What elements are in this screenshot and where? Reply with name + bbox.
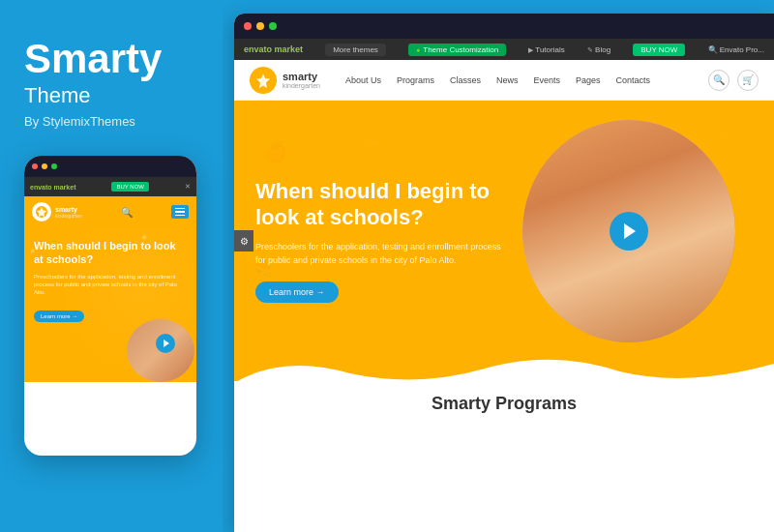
desktop-dot-green — [269, 22, 277, 30]
programs-section: Smarty Programs — [234, 381, 774, 424]
mobile-logo-text: smarty — [55, 206, 82, 213]
theme-cust-label: Theme Customization — [423, 45, 498, 54]
brand-subtitle: Theme — [24, 83, 198, 108]
blog-icon: ✎ — [587, 46, 593, 53]
desktop-hero-image-area — [522, 120, 755, 362]
nav-about[interactable]: About Us — [345, 75, 381, 85]
mobile-logo-sub: kindergarten — [55, 213, 82, 219]
desktop-hero-content: When should I begin to look at schools? … — [234, 179, 531, 303]
mobile-site-nav: smarty kindergarten 🔍 — [24, 196, 196, 227]
hamburger-line-1 — [175, 208, 185, 210]
desktop-logo-sub: kindergarten — [283, 82, 320, 89]
desktop-logo-text: smarty — [283, 71, 320, 82]
hamburger-line-2 — [175, 211, 185, 213]
nav-contacts[interactable]: Contacts — [616, 75, 651, 85]
play-triangle-icon — [164, 340, 169, 347]
mobile-hero: ✦ ★ When should I begin to look at schoo… — [24, 227, 196, 382]
desktop-dot-yellow — [256, 22, 264, 30]
desktop-logo-area: smarty kindergarten — [250, 67, 320, 94]
mobile-learn-more-button[interactable]: Learn more → — [34, 310, 84, 322]
left-panel: Smarty Theme By StylemixThemes envato ma… — [0, 0, 223, 532]
hamburger-line-3 — [175, 215, 185, 217]
mobile-logo-area: smarty kindergarten — [32, 202, 82, 222]
programs-title: Smarty Programs — [255, 389, 753, 414]
desktop-mockup: envato market More themes ● Theme Custom… — [234, 14, 774, 532]
desktop-theme-customization-button[interactable]: ● Theme Customization — [408, 44, 506, 56]
desktop-hero-circle-image — [522, 120, 735, 342]
mobile-address-bar: envato market BUY NOW ✕ — [24, 177, 196, 196]
mobile-search-icon[interactable]: 🔍 — [121, 207, 133, 218]
nav-classes[interactable]: Classes — [450, 75, 481, 85]
desktop-hero-title: When should I begin to look at schools? — [255, 179, 510, 230]
doodle-star-2: ★ — [29, 247, 36, 255]
tutorials-icon: ▶ — [528, 46, 533, 53]
play-triangle-large-icon — [624, 223, 636, 239]
mobile-dot-green — [51, 163, 57, 169]
mobile-dot-yellow — [42, 163, 47, 169]
nav-icons: 🔍 🛒 — [708, 70, 759, 91]
nav-search-icon[interactable]: 🔍 — [708, 70, 729, 91]
right-panel: envato market More themes ● Theme Custom… — [223, 0, 774, 532]
desktop-more-themes-button[interactable]: More themes — [325, 44, 386, 56]
mobile-hero-text: Preschoolers for the application, testin… — [34, 273, 187, 297]
mobile-kids-image — [127, 319, 194, 382]
nav-cart-icon[interactable]: 🛒 — [737, 70, 759, 91]
desktop-dot-red — [244, 22, 252, 30]
desktop-learn-more-button[interactable]: Learn more → — [255, 281, 339, 303]
desktop-search-input[interactable]: 🔍 Envato Pro... — [708, 45, 764, 54]
desktop-hero-section: 🍎 ★ ✏ 📚 🌟 ✦ ★ ✏ When should I begin to l… — [234, 101, 774, 381]
mobile-close-icon: ✕ — [185, 183, 191, 191]
mobile-dot-red — [32, 163, 38, 169]
brand-author: By StylemixThemes — [24, 114, 198, 129]
mobile-hero-title: When should I begin to look at schools? — [34, 239, 187, 267]
mobile-top-bar — [24, 156, 196, 177]
desktop-address-bar: envato market More themes ● Theme Custom… — [234, 39, 774, 60]
desktop-site-nav: smarty kindergarten About Us Programs Cl… — [234, 60, 774, 101]
mobile-hamburger-button[interactable] — [171, 205, 189, 219]
nav-events[interactable]: Events — [534, 75, 561, 85]
desktop-envato-logo: envato market — [244, 44, 303, 54]
mobile-mockup: envato market BUY NOW ✕ smarty kindergar… — [24, 156, 196, 456]
wave-divider — [234, 354, 774, 383]
mobile-play-button[interactable] — [156, 334, 175, 353]
mobile-envato-logo: envato market — [30, 184, 75, 191]
desktop-logo-icon — [250, 67, 277, 94]
brand-title: Smarty — [24, 39, 198, 79]
desktop-top-bar — [234, 14, 774, 39]
svg-text:🍎: 🍎 — [263, 140, 287, 163]
desktop-tutorials-link[interactable]: ▶ Tutorials — [528, 45, 564, 54]
theme-cust-dot: ● — [416, 46, 420, 53]
desktop-hero-description: Preschoolers for the application, testin… — [255, 240, 510, 268]
desktop-blog-link[interactable]: ✎ Blog — [587, 45, 610, 54]
nav-programs[interactable]: Programs — [397, 75, 434, 85]
desktop-play-button[interactable] — [610, 212, 648, 251]
nav-news[interactable]: News — [496, 75, 519, 85]
desktop-buy-now-button[interactable]: BUY NOW — [633, 44, 685, 56]
mobile-buy-now[interactable]: BUY NOW — [111, 182, 149, 192]
svg-text:✏: ✏ — [370, 136, 381, 152]
doodle-star-1: ✦ — [140, 232, 148, 243]
nav-pages[interactable]: Pages — [576, 75, 601, 85]
mobile-logo-icon — [32, 202, 51, 222]
